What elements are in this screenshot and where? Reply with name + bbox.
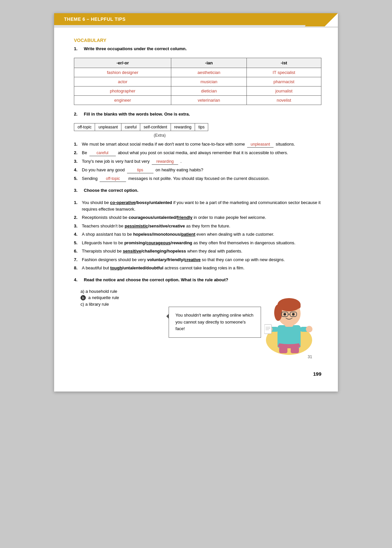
notice-wrapper: You shouldn't write anything online whic… bbox=[136, 307, 261, 338]
svg-rect-6 bbox=[264, 325, 272, 334]
option-item: c) a library rule bbox=[81, 302, 119, 307]
correct-option: pessimistic bbox=[125, 223, 148, 228]
table-cell: actor bbox=[74, 77, 171, 86]
item-number: 4. bbox=[74, 167, 82, 173]
item-content: Tony's new job is very hard but very rew… bbox=[82, 158, 321, 165]
item-number: 1. bbox=[74, 199, 82, 206]
item-text-after: even when dealing with a rude customer. bbox=[195, 232, 274, 237]
svg-point-5 bbox=[306, 326, 312, 332]
gray-bar bbox=[54, 25, 338, 28]
outer-page-number: 199 bbox=[54, 368, 338, 378]
item-text-before: Teachers shouldn't be bbox=[82, 223, 125, 228]
list-item: 5.Sending off-topic messages is not poli… bbox=[74, 175, 321, 182]
item-text-before: We must be smart about social media if w… bbox=[82, 142, 246, 147]
item-number: 3. bbox=[74, 223, 82, 229]
options-bold: hopeless//monotonous/patient bbox=[133, 232, 195, 237]
ex3-list: 1.You should be co-operative/bossy/untal… bbox=[74, 199, 321, 271]
word-box: off-topicunpleasantcarefulself-confident… bbox=[74, 123, 208, 131]
table-cell: novelist bbox=[246, 96, 321, 105]
item-content: Be careful about what you post on social… bbox=[82, 150, 321, 156]
exercise-4: 4. Read the notice and choose the correc… bbox=[74, 277, 321, 356]
item-text-before: Tony's new job is very hard but very bbox=[82, 159, 151, 164]
item-text-after: . bbox=[179, 159, 181, 164]
theme-title: THEME 6 – HELPFUL TIPS bbox=[64, 17, 126, 22]
word-item: off-topic bbox=[74, 123, 95, 131]
item-number: 1. bbox=[74, 141, 82, 148]
item-text-after: situations. bbox=[275, 142, 295, 147]
exercise-1: 1. Write three occupations under the cor… bbox=[74, 46, 321, 105]
options-bold: co-operative/bossy/untalented bbox=[110, 200, 172, 205]
blank-answer: off-topic bbox=[100, 176, 126, 182]
vocabulary-section-title: VOCABULARY bbox=[74, 38, 321, 43]
table-row: fashion designeraestheticianIT specialis… bbox=[74, 68, 321, 77]
option-circle-selected: b bbox=[81, 295, 86, 300]
item-text-after: when they deal with patients. bbox=[186, 249, 243, 254]
correct-option: tough bbox=[110, 265, 122, 270]
item-text-before: Receptionists should be bbox=[82, 215, 129, 220]
item-text-before: A beautiful but bbox=[82, 265, 110, 270]
character-illustration: 31 bbox=[264, 289, 314, 356]
item-content: Lifeguards have to be promising/courageo… bbox=[82, 240, 321, 246]
ex1-number: 1. bbox=[74, 46, 84, 51]
word-item: unpleasant bbox=[95, 123, 121, 131]
extra-label: (Extra) bbox=[74, 133, 245, 138]
list-item: 3.Teachers shouldn't be pessimistic/sens… bbox=[74, 223, 321, 229]
item-text-before: You should be bbox=[82, 200, 110, 205]
item-number: 7. bbox=[74, 257, 82, 263]
ex2-intro: Fill in the blanks with the words below.… bbox=[84, 112, 190, 117]
ex4-intro-row: 4. Read the notice and choose the correc… bbox=[74, 277, 321, 286]
col-header-er-or: -er/-or bbox=[74, 58, 171, 68]
list-item: 2.Be careful about what you post on soci… bbox=[74, 150, 321, 156]
table-cell: dietician bbox=[171, 86, 247, 96]
correct-option: patient bbox=[181, 232, 195, 237]
item-text-after: on healthy eating habits? bbox=[154, 167, 203, 172]
word-item: self-confident bbox=[140, 123, 171, 131]
item-number: 5. bbox=[74, 240, 82, 246]
correct-option: friendly bbox=[177, 215, 192, 220]
svg-point-19 bbox=[292, 313, 295, 316]
list-item: 1.You should be co-operative/bossy/untal… bbox=[74, 199, 321, 212]
notice-illustration-area: You shouldn't write anything online whic… bbox=[136, 289, 314, 356]
item-text-before: Therapists should be bbox=[82, 249, 123, 254]
table-cell: photographer bbox=[74, 86, 171, 96]
svg-point-18 bbox=[283, 313, 286, 316]
table-cell: musician bbox=[171, 77, 247, 86]
table-cell: aesthetician bbox=[171, 68, 247, 77]
item-text-after: actress cannot take leading roles in a f… bbox=[163, 265, 245, 270]
notice-text: You shouldn't write anything online whic… bbox=[176, 313, 253, 331]
col-header-ist: -ist bbox=[246, 58, 321, 68]
table-row: engineerveterinariannovelist bbox=[74, 96, 321, 105]
word-item: rewarding bbox=[171, 123, 195, 131]
ex2-intro-row: 2. Fill in the blanks with the words bel… bbox=[74, 112, 321, 120]
ex3-intro-row: 3. Choose the correct option. bbox=[74, 188, 321, 196]
item-number: 6. bbox=[74, 248, 82, 255]
option-item: a) a household rule bbox=[81, 289, 119, 294]
item-number: 2. bbox=[74, 214, 82, 221]
item-content: Do you have any good tips on healthy eat… bbox=[82, 167, 321, 173]
table-row: actormusicianpharmacist bbox=[74, 77, 321, 86]
table-cell: engineer bbox=[74, 96, 171, 105]
options-bold: courageous/untalented/friendly bbox=[129, 215, 193, 220]
list-item: 2.Receptionists should be courageous/unt… bbox=[74, 214, 321, 221]
table-cell: fashion designer bbox=[74, 68, 171, 77]
blank-answer: careful bbox=[89, 150, 116, 156]
option-item: b a netiquette rule bbox=[81, 295, 119, 300]
item-number: 5. bbox=[74, 175, 82, 182]
item-number: 8. bbox=[74, 265, 82, 271]
ex1-intro: Write three occupations under the correc… bbox=[84, 46, 187, 51]
correct-option: co-operative bbox=[110, 200, 136, 205]
options-bold: pessimistic/sensitive/creative bbox=[125, 223, 185, 228]
blank-answer: unpleasant bbox=[247, 141, 274, 148]
exercise-2: 2. Fill in the blanks with the words bel… bbox=[74, 112, 321, 182]
item-content: Receptionists should be courageous/untal… bbox=[82, 214, 321, 221]
svg-rect-14 bbox=[278, 304, 301, 309]
word-item: tips bbox=[195, 123, 208, 131]
ex1-intro-row: 1. Write three occupations under the cor… bbox=[74, 46, 321, 54]
options-bold: voluntary/friendly/creative bbox=[147, 257, 201, 262]
option-text: a library rule bbox=[85, 302, 109, 307]
item-text-after: about what you post on social media, and… bbox=[117, 150, 288, 155]
list-item: 7.Fashion designers should be very volun… bbox=[74, 257, 321, 263]
item-content: Therapists should be sensitive/challengi… bbox=[82, 248, 321, 255]
list-item: 4.Do you have any good tips on healthy e… bbox=[74, 167, 321, 173]
option-text: a household rule bbox=[85, 289, 117, 294]
